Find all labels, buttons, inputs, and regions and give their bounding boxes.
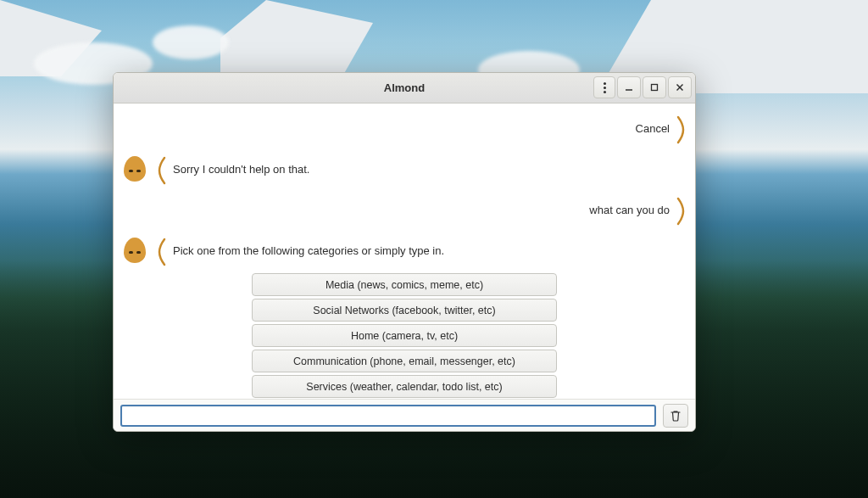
app-window: Almond Cancel [113, 72, 696, 432]
minimize-button[interactable] [617, 76, 641, 98]
speech-bracket-icon [158, 238, 166, 266]
trash-icon [670, 410, 682, 422]
user-message-text: what can you do [589, 197, 670, 218]
category-label: Services (weather, calendar, todo list, … [306, 381, 502, 393]
chat-area: Cancel Sorry I couldn't help on that. wh… [114, 104, 695, 399]
category-button-communication[interactable]: Communication (phone, email, messenger, … [252, 350, 557, 372]
titlebar: Almond [114, 73, 695, 104]
category-label: Media (news, comics, meme, etc) [326, 279, 483, 291]
category-button-services[interactable]: Services (weather, calendar, todo list, … [252, 375, 557, 398]
user-message-text: Cancel [636, 115, 670, 137]
bot-message-text: Pick one from the following categories o… [173, 238, 444, 259]
hamburger-menu-button[interactable] [593, 76, 615, 98]
bot-message-text: Sorry I couldn't help on that. [173, 156, 309, 177]
chat-row-user: Cancel [124, 115, 685, 144]
chat-row-user: what can you do [124, 197, 685, 226]
input-bar [114, 399, 695, 431]
speech-bracket-icon [676, 115, 685, 144]
clear-conversation-button[interactable] [663, 404, 688, 428]
window-controls [593, 76, 692, 98]
chat-row-bot: Sorry I couldn't help on that. [124, 156, 685, 185]
category-button-media[interactable]: Media (news, comics, meme, etc) [252, 273, 557, 296]
speech-bracket-icon [158, 156, 166, 185]
message-input[interactable] [120, 405, 656, 427]
category-button-social[interactable]: Social Networks (facebook, twitter, etc) [252, 299, 557, 322]
category-label: Home (camera, tv, etc) [351, 330, 458, 342]
almond-avatar-icon [124, 156, 149, 182]
category-label: Social Networks (facebook, twitter, etc) [313, 305, 495, 316]
svg-rect-1 [652, 85, 658, 91]
category-button-home[interactable]: Home (camera, tv, etc) [252, 324, 557, 347]
almond-avatar-icon [124, 238, 149, 263]
category-list: Media (news, comics, meme, etc) Social N… [252, 273, 557, 399]
speech-bracket-icon [676, 197, 685, 226]
category-label: Communication (phone, email, messenger, … [293, 355, 515, 367]
close-button[interactable] [668, 76, 692, 98]
chat-row-bot: Pick one from the following categories o… [124, 238, 685, 266]
maximize-button[interactable] [643, 76, 666, 98]
